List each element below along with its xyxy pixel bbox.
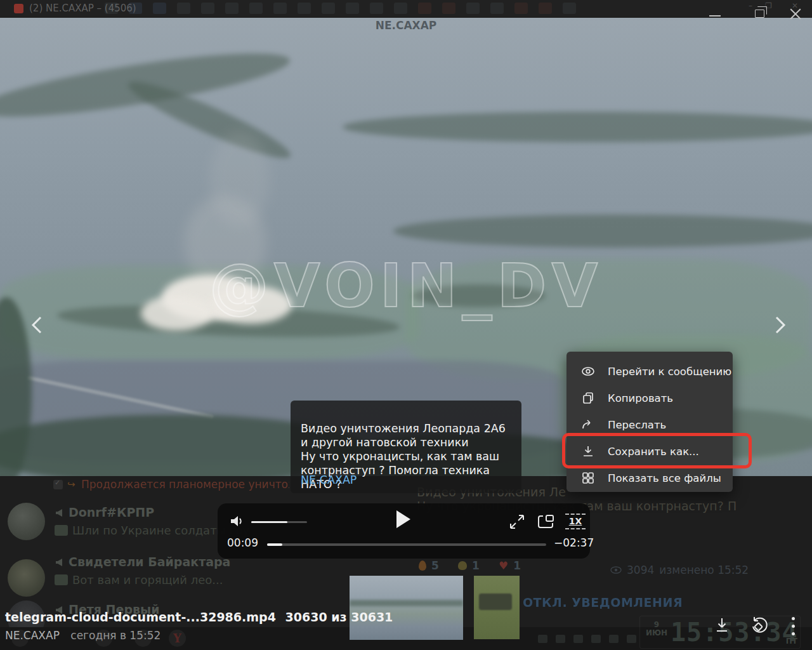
taskbar-app-icon[interactable] — [322, 3, 335, 14]
clock-date: 9 ИЮН — [644, 621, 669, 637]
taskbar-app-icon[interactable] — [105, 3, 118, 14]
restore-button[interactable] — [755, 10, 764, 18]
sidebar-preview-row: ↪ Продолжается планомерное уничтожен — [0, 477, 289, 491]
taskbar-app-icons — [105, 3, 714, 15]
screen: (2) NE.CAXAP – (4506) – ❐ ✕ — [0, 0, 812, 650]
fullscreen-icon[interactable] — [508, 513, 526, 531]
reaction-badge: 1 — [458, 559, 480, 572]
source-channel: NE.CAXAP — [5, 629, 60, 642]
download-icon — [713, 616, 731, 635]
taskbar-app-icon[interactable] — [514, 3, 528, 14]
tray-volume-icon — [538, 635, 547, 643]
minimize-button[interactable] — [709, 15, 721, 17]
taskbar-app-icon[interactable] — [490, 3, 504, 14]
thumbnail-current[interactable] — [350, 576, 463, 640]
tray-mail-icon — [627, 635, 636, 643]
message-thumb — [55, 574, 68, 585]
video-player-controls: 1X 00:09 −02:37 — [218, 503, 590, 559]
read-check-icon — [53, 480, 63, 489]
heart-reaction-icon: ♥ — [499, 559, 508, 572]
chat-last-message: Вот вам и горящий лео... — [72, 573, 223, 587]
fire-reaction-icon — [419, 560, 426, 571]
smoke-drift — [209, 132, 270, 227]
avatar — [8, 503, 45, 540]
views-eye-icon — [610, 566, 622, 574]
message-meta: 3094 изменено 15:52 — [610, 564, 749, 576]
yandex-icon: Y — [169, 630, 186, 647]
edited-label: изменено 15:52 — [659, 564, 749, 576]
menu-item-show-all-files[interactable]: Показать все файлы — [566, 465, 733, 491]
telegram-tray-icon[interactable] — [14, 4, 23, 13]
taskbar-app-icon[interactable] — [394, 3, 407, 14]
menu-item-label: Перейти к сообщению — [608, 366, 731, 378]
rotate-icon — [749, 616, 769, 636]
previous-media-button[interactable] — [25, 312, 51, 338]
menu-item-label: Показать все файлы — [608, 472, 721, 484]
rotate-button[interactable] — [749, 616, 769, 639]
background-minimize-icon: – — [749, 1, 752, 10]
tray-icon — [609, 635, 619, 643]
playback-speed-button[interactable]: 1X — [565, 514, 586, 529]
thumbsup-reaction-icon — [458, 561, 467, 570]
taskbar-app-icon[interactable] — [563, 3, 576, 14]
taskbar-app-icon[interactable] — [466, 3, 480, 14]
volume-slider[interactable] — [251, 521, 307, 523]
chat-title: Свидетели Байрактара — [69, 555, 230, 569]
sidebar-preview-text: Продолжается планомерное уничтожен — [81, 478, 289, 491]
reaction-badge: ♥ 1 — [499, 559, 521, 572]
chat-title: Donrf#КРПР — [69, 505, 154, 519]
picture-in-picture-icon[interactable] — [537, 513, 556, 531]
taskbar-app-icon[interactable] — [442, 3, 455, 14]
taskbar-app-icon[interactable] — [153, 3, 166, 14]
taskbar-app-icon[interactable] — [129, 3, 142, 14]
taskbar-app-icon[interactable] — [177, 3, 190, 14]
taskbar-app-icon[interactable] — [225, 3, 239, 14]
remaining-time: −02:37 — [554, 536, 594, 549]
download-button[interactable] — [713, 616, 731, 637]
top-taskbar: (2) NE.CAXAP – (4506) – ❐ ✕ — [0, 0, 812, 17]
volume-fill — [251, 521, 287, 523]
current-time: 00:09 — [227, 536, 258, 549]
next-media-button[interactable] — [766, 312, 792, 338]
eye-icon — [580, 364, 596, 379]
tray-icon — [573, 635, 583, 643]
source-timestamp: сегодня в 15:52 — [70, 629, 160, 642]
reaction-badge: 5 — [419, 559, 439, 572]
context-menu: Перейти к сообщению Копировать Переслать… — [566, 352, 733, 492]
megaphone-icon — [55, 508, 65, 518]
grid-icon — [580, 470, 596, 486]
tray-icon — [591, 635, 601, 643]
volume-icon[interactable] — [228, 513, 245, 529]
taskbar-app-icon[interactable] — [298, 3, 311, 14]
tree-belt — [343, 112, 812, 142]
taskbar-app-icon[interactable] — [273, 3, 287, 14]
highlight-annotation — [562, 433, 752, 468]
more-options-button[interactable] — [792, 617, 796, 640]
tray-icon — [556, 635, 565, 643]
reaction-count: 1 — [472, 559, 480, 572]
watermark-text: @VOIN_DV — [0, 251, 812, 321]
views-count: 3094 — [627, 564, 654, 576]
menu-item-copy[interactable]: Копировать — [566, 385, 733, 411]
copy-icon — [580, 390, 596, 406]
menu-item-goto-message[interactable]: Перейти к сообщению — [566, 358, 733, 385]
clock-time: 15:53:34 — [671, 618, 798, 647]
caption-channel-link[interactable]: NE.CAXAP — [301, 473, 357, 487]
taskbar-app-icon[interactable] — [346, 3, 359, 14]
taskbar-app-icon[interactable] — [418, 3, 431, 14]
thumbnail-next[interactable] — [474, 576, 520, 639]
close-button[interactable] — [790, 8, 801, 19]
taskbar-app-icon[interactable] — [370, 3, 383, 14]
file-info: telegram-cloud-document-...32986.mp4 306… — [5, 610, 393, 624]
seek-fill — [267, 543, 282, 546]
play-button[interactable] — [396, 510, 410, 528]
clock-month: ИЮН — [646, 628, 667, 637]
taskbar-app-icon[interactable] — [201, 3, 214, 14]
message-thumb — [55, 525, 68, 536]
forward-icon — [580, 417, 596, 432]
taskbar-app-icon[interactable] — [539, 3, 552, 14]
taskbar-app-icon[interactable] — [249, 3, 263, 14]
background-chat-header: NE.CAXAP — [0, 19, 812, 32]
source-info: NE.CAXAP сегодня в 15:52 — [5, 629, 160, 642]
seek-bar[interactable] — [267, 543, 546, 546]
